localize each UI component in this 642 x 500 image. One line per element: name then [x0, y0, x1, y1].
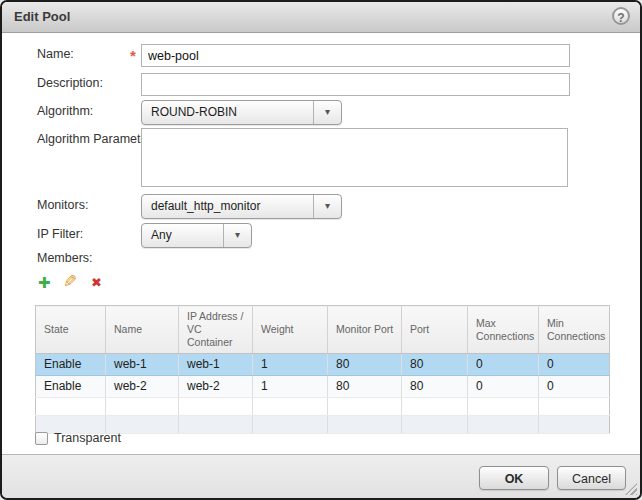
chevron-down-icon: ▾	[313, 101, 341, 124]
add-member-icon[interactable]: ✚	[38, 275, 51, 290]
column-header[interactable]: Name	[106, 306, 179, 354]
algorithm-dropdown[interactable]: ROUND-ROBIN ▾	[141, 100, 342, 125]
description-label: Description:	[37, 76, 103, 90]
ip-filter-selected-value: Any	[151, 224, 172, 247]
edit-pool-dialog: Edit Pool ? Name: * Description: Algorit…	[0, 0, 642, 500]
empty-row	[36, 416, 610, 434]
resize-grip-icon[interactable]	[625, 483, 637, 495]
member-row[interactable]: Enableweb-1web-11808000	[36, 354, 610, 376]
column-header[interactable]: Max Connections	[468, 306, 539, 354]
dialog-title: Edit Pool	[14, 2, 70, 31]
column-header[interactable]: Weight	[253, 306, 328, 354]
transparent-checkbox[interactable]	[35, 432, 48, 445]
name-input[interactable]	[141, 44, 570, 67]
monitors-label: Monitors:	[37, 198, 88, 212]
column-header[interactable]: State	[36, 306, 106, 354]
empty-row	[36, 398, 610, 416]
algorithm-parameters-textarea[interactable]	[141, 128, 568, 187]
monitors-dropdown[interactable]: default_http_monitor ▾	[141, 194, 342, 219]
column-header[interactable]: Min Connections	[539, 306, 610, 354]
required-asterisk-icon: *	[130, 47, 136, 64]
members-label: Members:	[37, 251, 93, 265]
algorithm-label: Algorithm:	[37, 104, 93, 118]
ip-filter-dropdown[interactable]: Any ▾	[141, 223, 252, 248]
footer-bar: OK Cancel	[2, 454, 640, 498]
chevron-down-icon: ▾	[313, 195, 341, 218]
chevron-down-icon: ▾	[223, 224, 251, 247]
column-header[interactable]: Port	[402, 306, 468, 354]
member-row[interactable]: Enableweb-2web-21808000	[36, 376, 610, 398]
monitors-selected-value: default_http_monitor	[151, 195, 260, 218]
name-label: Name:	[37, 47, 74, 61]
title-bar: Edit Pool ?	[2, 2, 640, 33]
edit-member-icon[interactable]: ✎	[63, 273, 77, 290]
cancel-button[interactable]: Cancel	[557, 466, 626, 490]
members-table: StateNameIP Address / VC ContainerWeight…	[35, 305, 610, 434]
description-input[interactable]	[141, 73, 570, 96]
transparent-label: Transparent	[54, 431, 121, 445]
algorithm-selected-value: ROUND-ROBIN	[151, 101, 237, 124]
delete-member-icon[interactable]: ✖	[91, 276, 102, 289]
column-header[interactable]: IP Address / VC Container	[179, 306, 253, 354]
ok-button[interactable]: OK	[479, 466, 549, 490]
ip-filter-label: IP Filter:	[37, 227, 83, 241]
help-icon[interactable]: ?	[612, 7, 630, 25]
column-header[interactable]: Monitor Port	[328, 306, 402, 354]
